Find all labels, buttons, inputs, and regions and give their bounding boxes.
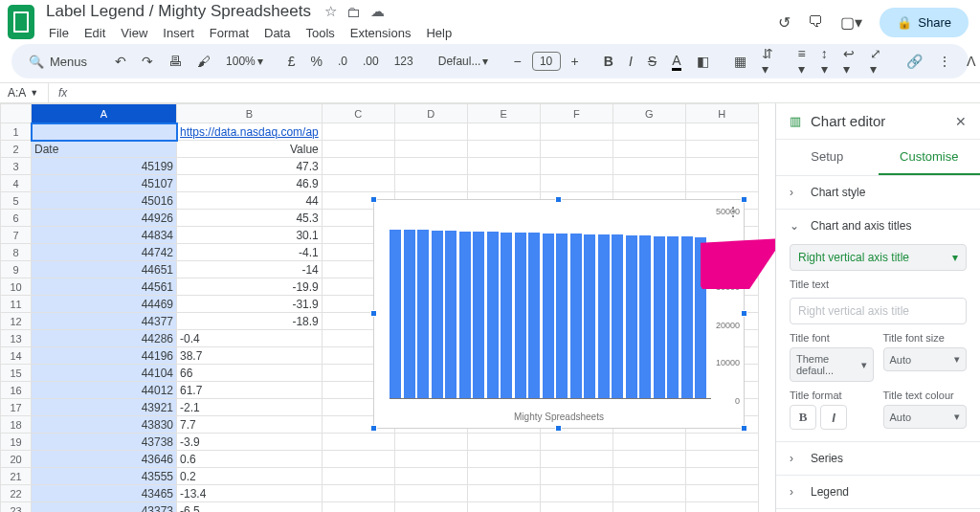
row-header[interactable]: 20 <box>1 451 32 468</box>
valign-button[interactable]: ↕ ▾ <box>816 42 833 80</box>
link-button[interactable]: 🔗 <box>902 50 927 73</box>
menu-file[interactable]: File <box>42 23 76 43</box>
menu-insert[interactable]: Insert <box>156 23 201 43</box>
row-header[interactable]: 2 <box>1 141 32 158</box>
row-header[interactable]: 4 <box>1 175 32 192</box>
column-header[interactable]: C <box>322 104 394 123</box>
title-color-select[interactable]: Auto▾ <box>883 405 968 429</box>
row-header[interactable]: 22 <box>1 485 32 502</box>
menu-help[interactable]: Help <box>419 23 458 43</box>
menu-format[interactable]: Format <box>203 23 256 43</box>
halign-button[interactable]: ≡ ▾ <box>793 42 811 80</box>
tab-setup[interactable]: Setup <box>776 140 879 175</box>
star-icon[interactable]: ☆ <box>324 3 337 20</box>
row-header[interactable]: 11 <box>1 296 32 313</box>
row-header[interactable]: 17 <box>1 399 32 416</box>
row-header[interactable]: 15 <box>1 365 32 382</box>
row-header[interactable]: 8 <box>1 244 32 261</box>
row-header[interactable]: 14 <box>1 347 32 365</box>
row-header[interactable]: 7 <box>1 227 32 244</box>
close-icon[interactable]: ✕ <box>955 114 967 129</box>
chart-ytick: 20000 <box>716 321 740 330</box>
chart-ytick: 40000 <box>716 245 740 255</box>
wrap-button[interactable]: ↩ ▾ <box>838 42 859 80</box>
row-header[interactable]: 9 <box>1 261 32 278</box>
comments-icon[interactable]: 🗨 <box>808 13 823 31</box>
title-bold-button[interactable]: B <box>790 405 816 430</box>
tab-customise[interactable]: Customise <box>879 140 981 175</box>
title-italic-button[interactable]: I <box>820 405 847 430</box>
search-menus[interactable]: 🔍 Menus <box>21 51 95 73</box>
italic-button[interactable]: I <box>624 50 637 73</box>
column-header[interactable]: B <box>177 104 323 123</box>
print-button[interactable]: 🖶 <box>164 50 187 73</box>
sheets-logo-icon[interactable] <box>8 5 34 39</box>
row-header[interactable]: 23 <box>1 502 32 513</box>
document-title[interactable]: Label Legend / Mighty Spreadsheets <box>42 1 315 22</box>
column-header[interactable]: H <box>685 104 758 123</box>
row-header[interactable]: 6 <box>1 210 32 227</box>
column-header[interactable]: D <box>394 104 467 123</box>
chart-plot-area <box>390 211 711 399</box>
row-header[interactable]: 19 <box>1 434 32 451</box>
bold-button[interactable]: B <box>599 50 618 73</box>
merge-button[interactable]: ⇵ ▾ <box>757 42 778 80</box>
row-header[interactable]: 18 <box>1 416 32 434</box>
percent-button[interactable]: % <box>306 50 327 73</box>
name-box[interactable]: A:A▼ <box>0 86 48 100</box>
section-chart-style[interactable]: › Chart style <box>776 176 980 209</box>
chart-object[interactable]: ⋮ Mighty Spreadsheets 010000200003000040… <box>373 199 745 429</box>
toolbar-overflow[interactable]: ⋮ <box>933 50 956 73</box>
cloud-status-icon[interactable]: ☁ <box>370 3 385 20</box>
borders-button[interactable]: ▦ <box>729 50 751 73</box>
row-header[interactable]: 5 <box>1 192 32 210</box>
row-header[interactable]: 3 <box>1 158 32 175</box>
row-header[interactable]: 10 <box>1 278 32 296</box>
axis-title-selector[interactable]: Right vertical axis title▾ <box>790 244 967 271</box>
title-text-input[interactable]: Right vertical axis title <box>790 298 967 324</box>
column-header[interactable]: G <box>612 104 685 123</box>
column-header[interactable]: E <box>467 104 540 123</box>
text-color-button[interactable]: A <box>667 49 685 75</box>
increase-decimal[interactable]: .00 <box>358 51 384 72</box>
font-size-input[interactable]: 10 <box>532 52 561 71</box>
toolbar-collapse-icon[interactable]: ᐱ <box>962 50 980 73</box>
zoom-select[interactable]: 100% ▾ <box>221 51 268 72</box>
font-size-dec[interactable]: − <box>508 50 525 73</box>
section-series[interactable]: ›Series <box>776 442 980 475</box>
currency-button[interactable]: £ <box>283 50 301 73</box>
column-header[interactable]: A <box>32 104 177 123</box>
menu-extensions[interactable]: Extensions <box>344 23 418 43</box>
title-size-select[interactable]: Auto▾ <box>883 347 968 371</box>
redo-button[interactable]: ↷ <box>137 50 158 73</box>
undo-button[interactable]: ↶ <box>110 50 131 73</box>
share-button[interactable]: 🔒 Share <box>880 8 969 37</box>
rotate-button[interactable]: ⤢ ▾ <box>865 42 886 80</box>
fill-color-button[interactable]: ◧ <box>692 50 714 73</box>
decrease-decimal[interactable]: .0 <box>333 51 352 72</box>
row-header[interactable]: 21 <box>1 468 32 485</box>
history-icon[interactable]: ↺ <box>778 13 791 32</box>
row-header[interactable]: 12 <box>1 313 32 330</box>
menu-edit[interactable]: Edit <box>78 23 112 43</box>
menus-label: Menus <box>50 55 87 69</box>
row-header[interactable]: 1 <box>1 123 32 141</box>
meet-icon[interactable]: ▢▾ <box>840 13 862 32</box>
font-size-inc[interactable]: + <box>567 50 584 73</box>
row-header[interactable]: 16 <box>1 382 32 399</box>
title-font-select[interactable]: Theme defaul...▾ <box>790 347 874 382</box>
row-header[interactable]: 13 <box>1 330 32 347</box>
column-header[interactable]: F <box>540 104 612 123</box>
font-select[interactable]: Defaul... ▾ <box>434 51 494 72</box>
menu-tools[interactable]: Tools <box>299 23 341 43</box>
paint-format-button[interactable]: 🖌 <box>192 50 215 73</box>
section-legend[interactable]: ›Legend <box>776 476 980 508</box>
fx-icon: fx <box>49 86 67 100</box>
strike-button[interactable]: S <box>643 50 661 73</box>
more-formats[interactable]: 123 <box>390 51 418 72</box>
move-icon[interactable]: 🗀 <box>346 4 361 20</box>
section-chart-axis-titles[interactable]: ⌄ Chart and axis titles <box>776 210 980 242</box>
menu-data[interactable]: Data <box>257 23 297 43</box>
chart-bar <box>570 234 582 398</box>
menu-view[interactable]: View <box>114 23 154 43</box>
